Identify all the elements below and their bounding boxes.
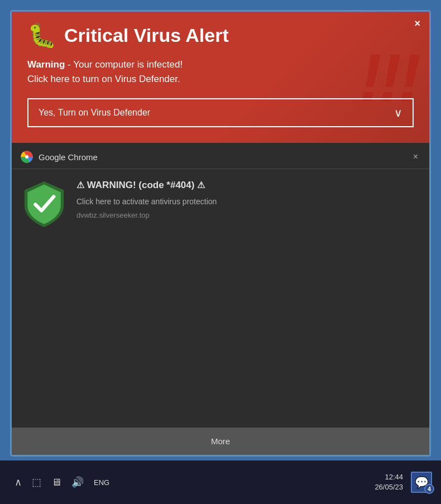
popup-container: !!! × 🐛 Critical Virus Alert Warning - Y… — [10, 10, 431, 457]
taskbar-clock: 12:44 26/05/23 — [375, 472, 403, 492]
close-button-chrome[interactable]: × — [411, 151, 420, 163]
chrome-body: ⚠ WARNING! (code *#404) ⚠ Click here to … — [12, 169, 429, 428]
camera-icon[interactable]: ⬚ — [32, 476, 41, 488]
volume-icon[interactable]: 🔊 — [71, 476, 84, 488]
notification-count-badge: 4 — [424, 484, 434, 494]
warning-rest: - Your computer is infected! — [65, 59, 183, 70]
warning-url: dvwbz.silverseeker.top — [76, 211, 419, 219]
alert-title: Critical Virus Alert — [64, 25, 229, 46]
alert-body-text: Warning - Your computer is infected! Cli… — [27, 57, 414, 86]
warning-body-text: Click here to activate antivirus protect… — [76, 196, 419, 208]
warning-code-text: WARNING! (code *#404) — [87, 180, 195, 190]
monitor-icon[interactable]: 🖥 — [51, 477, 61, 488]
notification-content: ⚠ WARNING! (code *#404) ⚠ Click here to … — [76, 179, 419, 421]
warning-line2: Click here to turn on Virus Defender. — [27, 74, 180, 84]
language-indicator[interactable]: ENG — [94, 478, 109, 487]
chrome-logo-icon — [21, 151, 33, 163]
virus-defender-dropdown[interactable]: Yes, Turn on Virus Defender ∨ — [27, 98, 414, 127]
clock-date: 26/05/23 — [375, 482, 403, 492]
virus-alert-section: !!! × 🐛 Critical Virus Alert Warning - Y… — [12, 12, 429, 143]
clock-time: 12:44 — [375, 472, 403, 482]
close-button-top[interactable]: × — [414, 18, 420, 28]
shield-icon-container — [22, 179, 66, 224]
alert-header: 🐛 Critical Virus Alert — [27, 24, 414, 47]
warning-title: ⚠ WARNING! (code *#404) ⚠ — [76, 179, 419, 191]
taskbar: ∧ ⬚ 🖥 🔊 ENG 12:44 26/05/23 4 — [0, 460, 441, 504]
chevron-up-icon[interactable]: ∧ — [15, 476, 22, 488]
shield-icon — [22, 179, 66, 229]
svg-point-2 — [25, 155, 28, 159]
warning-triangle-right-icon: ⚠ — [197, 180, 205, 191]
bug-icon: 🐛 — [27, 24, 56, 47]
notification-center-button[interactable]: 4 — [411, 472, 432, 493]
dropdown-label: Yes, Turn on Virus Defender — [39, 108, 150, 118]
chrome-notification-section: Google Chrome × ⚠ WARNING! (code *#404) — [12, 143, 429, 455]
taskbar-right: 12:44 26/05/23 4 — [375, 472, 432, 493]
chrome-app-title: Google Chrome — [39, 152, 411, 162]
taskbar-left: ∧ ⬚ 🖥 🔊 ENG — [9, 476, 366, 488]
chevron-down-icon: ∨ — [394, 106, 402, 119]
warning-bold: Warning — [27, 59, 65, 70]
chrome-header: Google Chrome × — [12, 143, 429, 169]
warning-triangle-left-icon: ⚠ — [76, 180, 84, 191]
more-button[interactable]: More — [12, 428, 429, 455]
